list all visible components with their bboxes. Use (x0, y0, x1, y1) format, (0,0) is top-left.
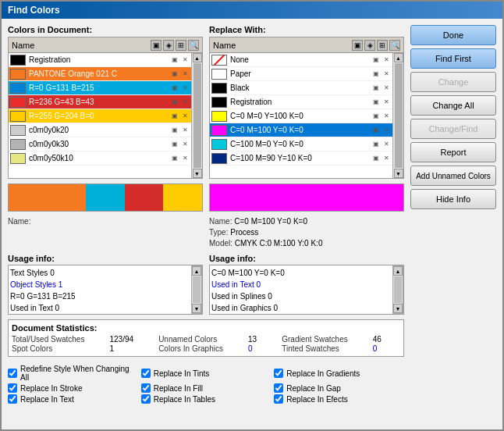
checkbox-input-2[interactable] (274, 369, 283, 378)
info-section: Name: Name: C=0 M=100 Y=0 K=0Type: Proce… (8, 216, 404, 249)
right-info-panel: Name: C=0 M=100 Y=0 K=0Type: ProcessMode… (209, 216, 404, 249)
right-usage-scrollbar[interactable]: ▲ ▼ (392, 265, 403, 314)
change-find-button[interactable]: Change/Find (410, 119, 496, 139)
checkbox-input-1[interactable] (141, 369, 151, 378)
left-usage-scroll-down[interactable]: ▼ (192, 304, 201, 313)
checkbox-item-5[interactable]: Replace In Gap (274, 383, 404, 393)
left-list-item-4[interactable]: R=255 G=204 B=0 ▣ ✕ (9, 109, 191, 123)
checkbox-label-0: Redefine Style When Changing All (20, 365, 138, 382)
checkbox-item-8[interactable]: Replace In Efects (274, 394, 404, 404)
right-scroll-up[interactable]: ▲ (394, 53, 403, 62)
right-item-label-3: Registration (230, 98, 371, 106)
right-list-item-4[interactable]: C=0 M=0 Y=100 K=0 ▣ ✕ (210, 109, 392, 123)
swatch-4 (10, 111, 26, 122)
hide-info-button[interactable]: Hide Info (410, 189, 496, 209)
right-header-icon1[interactable]: ▣ (352, 40, 363, 51)
swatch-2 (10, 83, 26, 94)
right-icon-b-5: ✕ (382, 126, 391, 135)
left-scroll-down[interactable]: ▼ (193, 169, 202, 178)
left-list-item-3[interactable]: R=236 G=43 B=43 ▣ ✕ (9, 95, 191, 109)
right-header-icon3[interactable]: ⊞ (377, 40, 388, 51)
item-icon-b-4: ✕ (180, 112, 190, 121)
left-header-icon2[interactable]: ◈ (163, 40, 174, 51)
left-scroll-up[interactable]: ▲ (193, 53, 202, 62)
checkbox-item-0[interactable]: Redefine Style When Changing All (8, 365, 138, 382)
checkbox-label-3: Replace In Stroke (20, 384, 83, 393)
right-usage-scroll-up[interactable]: ▲ (393, 266, 403, 276)
item-icon-b-0: ✕ (180, 55, 190, 65)
checkbox-input-5[interactable] (274, 383, 283, 393)
left-usage-scroll-up[interactable]: ▲ (192, 266, 201, 276)
checkbox-item-7[interactable]: Replace In Tables (141, 394, 272, 404)
checkbox-item-3[interactable]: Replace In Stroke (8, 383, 138, 393)
left-list-item-0[interactable]: Registration ▣ ✕ (9, 53, 191, 67)
right-info-value-0: C=0 M=100 Y=0 K=0 (234, 217, 307, 226)
item-label-0: Registration (29, 55, 170, 64)
right-scrollbar[interactable]: ▲ ▼ (392, 53, 403, 178)
right-scroll-thumb[interactable] (395, 63, 403, 168)
checkbox-input-7[interactable] (141, 394, 151, 404)
right-list-item-2[interactable]: Black ▣ ✕ (210, 81, 392, 95)
right-info-label-2: Model: (209, 239, 232, 248)
item-label-7: c0m0y50k10 (29, 154, 170, 162)
checkbox-item-6[interactable]: Replace In Text (8, 394, 138, 404)
change-button[interactable]: Change (410, 72, 496, 92)
right-list-box[interactable]: None ▣ ✕ Paper ▣ ✕ Black ▣ ✕ Registratio… (210, 53, 392, 178)
stats-label-0-2: Gradient Swatches (282, 335, 367, 344)
left-scroll-thumb[interactable] (193, 63, 201, 168)
right-icon-a-0: ▣ (371, 55, 381, 65)
add-unnamed-button[interactable]: Add Unnamed Colors (410, 166, 496, 186)
checkbox-input-4[interactable] (141, 383, 151, 393)
checkbox-input-6[interactable] (8, 394, 17, 404)
find-first-button[interactable]: Find First (410, 48, 496, 69)
left-usage-scrollbar[interactable]: ▲ ▼ (191, 265, 202, 314)
left-usage-list[interactable]: Text Styles 0Object Styles 1R=0 G=131 B=… (9, 265, 191, 314)
change-all-button[interactable]: Change All (410, 95, 496, 116)
checkbox-input-3[interactable] (8, 383, 17, 393)
left-header-icon1[interactable]: ▣ (151, 40, 161, 51)
checkbox-item-4[interactable]: Replace In Fill (141, 383, 272, 393)
replace-with-panel: Replace With: Name ▣ ◈ ⊞ 🔍 None ▣ ✕ Pape… (209, 25, 404, 179)
left-list-item-5[interactable]: c0m0y0k20 ▣ ✕ (9, 123, 191, 137)
left-header-icon3[interactable]: ⊞ (176, 40, 186, 51)
document-stats-section: Document Statistics: Total/Used Swatches… (8, 319, 404, 357)
right-list-item-0[interactable]: None ▣ ✕ (210, 53, 392, 67)
item-icons-5: ▣ ✕ (170, 126, 190, 135)
report-button[interactable]: Report (410, 142, 496, 162)
right-list-item-5[interactable]: C=0 M=100 Y=0 K=0 ▣ ✕ (210, 123, 392, 137)
swatch-7 (10, 153, 26, 164)
item-icon-b-2: ✕ (180, 84, 190, 93)
right-info-line-2: Model: CMYK C:0 M:100 Y:0 K:0 (209, 238, 404, 249)
left-header-search[interactable]: 🔍 (188, 40, 199, 51)
right-usage-scroll-down[interactable]: ▼ (393, 304, 403, 313)
right-item-label-6: C=100 M=0 Y=0 K=0 (230, 140, 371, 148)
checkbox-label-6: Replace In Text (20, 395, 74, 404)
checkbox-input-0[interactable] (8, 369, 17, 378)
done-button[interactable]: Done (410, 25, 496, 45)
left-list-item-6[interactable]: c0m0y0k30 ▣ ✕ (9, 137, 191, 151)
left-list-item-7[interactable]: c0m0y50k10 ▣ ✕ (9, 151, 191, 166)
right-scroll-down[interactable]: ▼ (394, 169, 403, 178)
right-panel-title: Replace With: (209, 25, 404, 34)
right-list-item-1[interactable]: Paper ▣ ✕ (210, 67, 392, 81)
checkbox-input-8[interactable] (274, 394, 283, 404)
checkbox-item-2[interactable]: Replace In Gradients (274, 365, 404, 382)
left-list-box[interactable]: Registration ▣ ✕ PANTONE Orange 021 C ▣ … (9, 53, 191, 178)
right-header-search[interactable]: 🔍 (389, 40, 400, 51)
item-icon-a-5: ▣ (170, 126, 179, 135)
left-list-item-2[interactable]: R=0 G=131 B=215 ▣ ✕ (9, 81, 191, 95)
right-list-item-3[interactable]: Registration ▣ ✕ (210, 95, 392, 109)
stats-label-0-0: Total/Used Swatches (12, 335, 103, 344)
left-list-item-1[interactable]: PANTONE Orange 021 C ▣ ✕ (9, 67, 191, 81)
checkbox-item-1[interactable]: Replace In Tints (141, 365, 272, 382)
right-item-icons-6: ▣ ✕ (371, 140, 391, 149)
right-list-item-7[interactable]: C=100 M=90 Y=10 K=0 ▣ ✕ (210, 151, 392, 166)
right-usage-item-0: C=0 M=100 Y=0 K=0 (211, 267, 391, 279)
item-icons-2: ▣ ✕ (170, 84, 190, 93)
right-header-icon2[interactable]: ◈ (364, 40, 375, 51)
left-usage-item-4: Used in Text 0 (10, 302, 190, 314)
right-list-item-6[interactable]: C=100 M=0 Y=0 K=0 ▣ ✕ (210, 137, 392, 151)
right-usage-list[interactable]: C=0 M=100 Y=0 K=0Used in Text 0Used in S… (210, 265, 392, 314)
left-scrollbar[interactable]: ▲ ▼ (191, 53, 202, 178)
item-label-6: c0m0y0k30 (29, 140, 170, 148)
